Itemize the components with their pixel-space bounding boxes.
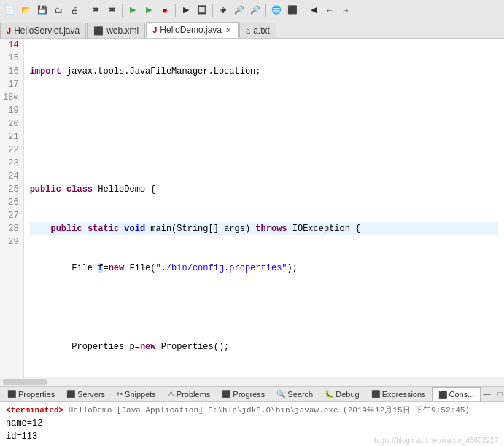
sep3: [175, 4, 176, 17]
open-btn[interactable]: 📂: [19, 3, 34, 17]
run2-btn[interactable]: ▶: [141, 3, 156, 17]
sep6: [303, 4, 303, 17]
ln-28: 28: [3, 222, 19, 235]
ln-22: 22: [3, 144, 19, 157]
bottom-tab-snippets-label: Snippets: [125, 390, 156, 399]
stop-btn[interactable]: ■: [158, 3, 172, 17]
ln-20: 20: [3, 117, 19, 130]
run-btn[interactable]: ▶: [125, 3, 140, 17]
bottom-tab-problems-label: Problems: [177, 390, 210, 399]
problems-icon: ⚠: [168, 390, 174, 398]
asterisk-btn[interactable]: ✱: [88, 3, 103, 17]
ln-24: 24: [3, 170, 19, 183]
bottom-tab-search-label: Search: [287, 390, 313, 399]
tab-webxml[interactable]: ⬛ web.xml: [87, 23, 145, 38]
ln-14: 14: [3, 39, 19, 52]
code-line-20: [30, 301, 498, 314]
progress-icon: ⬛: [222, 390, 230, 398]
t5[interactable]: 🌐: [269, 3, 284, 17]
servers-icon: ⬛: [66, 390, 75, 398]
bottom-tab-progress[interactable]: ⬛ Progress: [216, 388, 271, 401]
console-output: <terminated> HelloDemo [Java Application…: [0, 402, 504, 446]
asterisk2-btn[interactable]: ✱: [104, 3, 119, 17]
bottom-tab-debug-label: Debug: [336, 390, 359, 399]
sep1: [85, 4, 85, 17]
save-all-btn[interactable]: 🗂: [51, 3, 66, 17]
back-btn[interactable]: ←: [322, 3, 337, 17]
t7[interactable]: ◀: [306, 3, 321, 17]
maximize-panel-btn[interactable]: □: [494, 388, 504, 400]
snippets-icon: ✂: [117, 390, 123, 398]
bottom-tab-expressions-label: Expressions: [382, 390, 426, 399]
debug-run-btn[interactable]: ▶: [179, 3, 193, 17]
sep5: [265, 4, 266, 17]
horizontal-scrollbar[interactable]: [0, 377, 504, 386]
ln-25: 25: [3, 183, 19, 196]
xml-icon: ⬛: [93, 26, 104, 36]
bottom-tab-properties-label: Properties: [18, 390, 55, 399]
ln-29: 29: [3, 235, 19, 249]
tab-webxml-label: web.xml: [106, 26, 139, 36]
code-line-18: public static void main(String[] args) t…: [30, 222, 498, 235]
java-icon2: J: [152, 26, 157, 34]
new-file-btn[interactable]: 📄: [3, 3, 18, 17]
t1[interactable]: 🔲: [195, 3, 209, 17]
bottom-tab-console-label: Cons...: [449, 390, 475, 399]
ln-16: 16: [3, 65, 19, 78]
tab-helloservlet[interactable]: J HelloServlet.java: [0, 23, 86, 38]
tab-hellodemo-label: HelloDemo.java: [160, 25, 222, 35]
t2[interactable]: ◈: [216, 3, 230, 17]
code-lines[interactable]: import javax.tools.JavaFileManager.Locat…: [24, 39, 504, 377]
sep4: [212, 4, 213, 17]
tab-hellodemo[interactable]: J HelloDemo.java ✕: [146, 22, 239, 38]
console-output-line-2: id=113: [6, 430, 498, 443]
ln-19: 19: [3, 104, 19, 117]
minimize-panel-btn[interactable]: —: [481, 388, 492, 400]
t3[interactable]: 🔎: [232, 3, 247, 17]
java-icon: J: [7, 26, 11, 35]
tab-helloservlet-label: HelloServlet.java: [14, 26, 80, 36]
code-line-15: [30, 104, 498, 117]
terminated-label: <terminated>: [6, 406, 63, 415]
bottom-tab-servers[interactable]: ⬛ Servers: [61, 388, 111, 401]
save-btn[interactable]: 💾: [35, 3, 50, 17]
code-view: 14 15 16 17 18⊙ 19 20 21 22 23 24 25 26 …: [0, 39, 504, 377]
panel-actions: — □ ✕: [481, 388, 504, 400]
bottom-tab-problems[interactable]: ⚠ Problems: [162, 388, 216, 401]
search-icon: 🔍: [276, 390, 285, 398]
expressions-icon: ⬛: [371, 390, 380, 398]
ln-21: 21: [3, 130, 19, 144]
code-line-19: File f=new File("./bin/config.properties…: [30, 262, 498, 275]
sep2: [122, 4, 123, 17]
code-line-21: Properties p=new Properties();: [30, 340, 498, 353]
scroll-thumb[interactable]: [3, 379, 47, 385]
forward-btn[interactable]: →: [338, 3, 353, 17]
bottom-tab-snippets[interactable]: ✂ Snippets: [111, 388, 162, 401]
tab-hellodemo-close[interactable]: ✕: [225, 26, 232, 34]
bottom-tab-search[interactable]: 🔍 Search: [271, 388, 319, 401]
line-numbers: 14 15 16 17 18⊙ 19 20 21 22 23 24 25 26 …: [0, 39, 24, 377]
print-btn[interactable]: 🖨: [67, 3, 82, 17]
tab-atxt[interactable]: a a.txt: [239, 23, 276, 38]
code-line-16: [30, 144, 498, 157]
bottom-panel: ⬛ Properties ⬛ Servers ✂ Snippets ⚠ Prob…: [0, 386, 504, 446]
bottom-tab-console[interactable]: ⬛ Cons...: [432, 387, 481, 401]
code-line-17: public class HelloDemo {: [30, 183, 498, 196]
bottom-tab-properties[interactable]: ⬛ Properties: [1, 388, 61, 401]
txt-icon: a: [246, 26, 250, 35]
t6[interactable]: ⬛: [285, 3, 300, 17]
t4[interactable]: 🔎: [248, 3, 263, 17]
code-line-14: import javax.tools.JavaFileManager.Locat…: [30, 65, 498, 78]
ln-17: 17: [3, 78, 19, 91]
bottom-tab-debug[interactable]: 🐛 Debug: [319, 388, 365, 401]
bottom-tabs-bar: ⬛ Properties ⬛ Servers ✂ Snippets ⚠ Prob…: [0, 387, 504, 402]
console-terminated-line: <terminated> HelloDemo [Java Application…: [6, 404, 498, 415]
console-path: E:\hlp\jdk8.0\bin\javaw.exe: [208, 406, 338, 415]
bottom-tab-servers-label: Servers: [77, 390, 105, 399]
bottom-tab-expressions[interactable]: ⬛ Expressions: [365, 388, 432, 401]
ln-26: 26: [3, 196, 19, 209]
ln-15: 15: [3, 52, 19, 65]
editor-area: 14 15 16 17 18⊙ 19 20 21 22 23 24 25 26 …: [0, 39, 504, 386]
toolbar: 📄 📂 💾 🗂 🖨 ✱ ✱ ▶ ▶ ■ ▶ 🔲 ◈ 🔎 🔎 🌐 ⬛ ◀ ← →: [0, 0, 504, 20]
properties-icon: ⬛: [7, 390, 16, 398]
